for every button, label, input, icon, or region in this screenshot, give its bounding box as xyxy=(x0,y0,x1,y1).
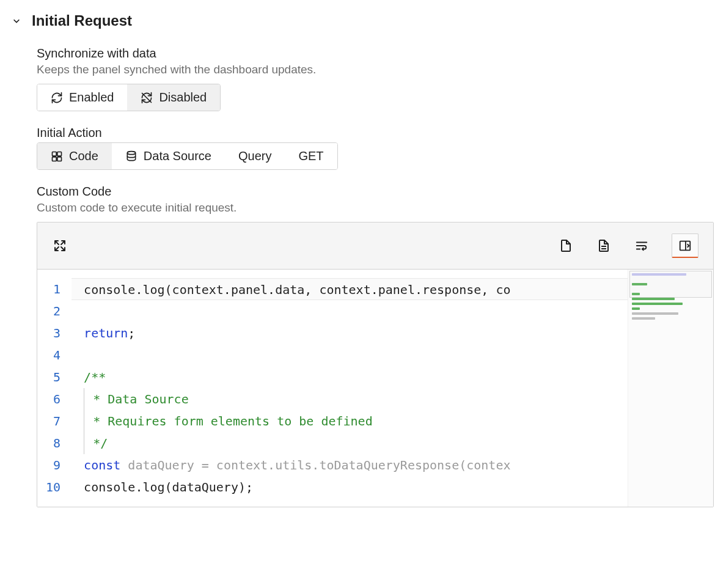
editor-toolbar xyxy=(37,222,713,270)
sync-enabled-button[interactable]: Enabled xyxy=(37,84,127,111)
file-blank-icon[interactable] xyxy=(558,238,574,254)
action-query-label: Query xyxy=(238,149,271,163)
sync-field: Synchronize with data Keeps the panel sy… xyxy=(37,46,714,111)
line-number: 9 xyxy=(46,454,61,476)
action-query-button[interactable]: Query xyxy=(225,143,285,169)
svg-rect-4 xyxy=(57,156,62,161)
line-number: 4 xyxy=(46,344,61,366)
sync-enabled-label: Enabled xyxy=(69,90,114,105)
database-icon xyxy=(125,150,138,163)
action-datasource-label: Data Source xyxy=(144,149,211,163)
code-line[interactable]: * Requires form elements to be defined xyxy=(72,410,628,432)
code-line[interactable]: */ xyxy=(72,432,628,454)
svg-point-5 xyxy=(127,151,135,154)
code-line[interactable] xyxy=(72,300,628,322)
action-datasource-button[interactable]: Data Source xyxy=(112,143,225,169)
initial-action-group: Code Data Source Query GET xyxy=(37,142,338,170)
line-number: 5 xyxy=(46,366,61,388)
sync-disabled-label: Disabled xyxy=(159,90,207,105)
code-line[interactable]: /** xyxy=(72,366,628,388)
code-line[interactable]: console.log(dataQuery); xyxy=(72,476,628,498)
sync-off-icon xyxy=(141,92,153,104)
action-get-label: GET xyxy=(298,149,323,163)
action-code-button[interactable]: Code xyxy=(37,143,112,169)
code-line[interactable]: return; xyxy=(72,322,628,344)
svg-rect-1 xyxy=(53,152,57,156)
line-number: 1 xyxy=(46,278,61,300)
file-text-icon[interactable] xyxy=(596,238,612,254)
code-line[interactable]: * Data Source xyxy=(72,388,628,410)
sync-icon xyxy=(51,92,63,104)
line-number: 2 xyxy=(46,300,61,322)
custom-code-field: Custom Code Custom code to execute initi… xyxy=(37,185,714,507)
custom-code-description: Custom code to execute initial request. xyxy=(37,201,714,215)
svg-rect-3 xyxy=(53,156,57,161)
section-title: Initial Request xyxy=(32,12,132,29)
line-number: 3 xyxy=(46,322,61,344)
initial-action-label: Initial Action xyxy=(37,126,714,140)
line-gutter: 12345678910 xyxy=(37,270,72,507)
line-number: 8 xyxy=(46,432,61,454)
code-line[interactable]: console.log(context.panel.data, context.… xyxy=(72,278,628,300)
action-get-button[interactable]: GET xyxy=(285,143,337,169)
code-grid-icon xyxy=(51,150,63,163)
line-number: 10 xyxy=(46,476,61,498)
chevron-down-icon[interactable] xyxy=(12,17,21,25)
line-number: 6 xyxy=(46,388,61,410)
code-editor: 12345678910 console.log(context.panel.da… xyxy=(37,222,714,507)
code-content[interactable]: console.log(context.panel.data, context.… xyxy=(72,270,628,507)
sync-description: Keeps the panel synched with the dashboa… xyxy=(37,63,714,76)
run-panel-icon[interactable] xyxy=(672,233,698,258)
sync-label: Synchronize with data xyxy=(37,46,714,61)
expand-icon[interactable] xyxy=(52,238,68,254)
word-wrap-icon[interactable] xyxy=(634,238,650,254)
line-number: 7 xyxy=(46,410,61,432)
sync-toggle-group: Enabled Disabled xyxy=(37,84,221,111)
code-area[interactable]: 12345678910 console.log(context.panel.da… xyxy=(37,270,713,507)
custom-code-label: Custom Code xyxy=(37,185,714,199)
minimap[interactable] xyxy=(628,270,713,507)
action-code-label: Code xyxy=(69,149,98,163)
code-line[interactable] xyxy=(72,344,628,366)
initial-action-field: Initial Action Code Data Source Query GE… xyxy=(37,126,714,170)
code-line[interactable]: const dataQuery = context.utils.toDataQu… xyxy=(72,454,628,476)
section-header: Initial Request xyxy=(12,12,714,29)
sync-disabled-button[interactable]: Disabled xyxy=(127,84,220,111)
svg-rect-2 xyxy=(57,152,62,156)
